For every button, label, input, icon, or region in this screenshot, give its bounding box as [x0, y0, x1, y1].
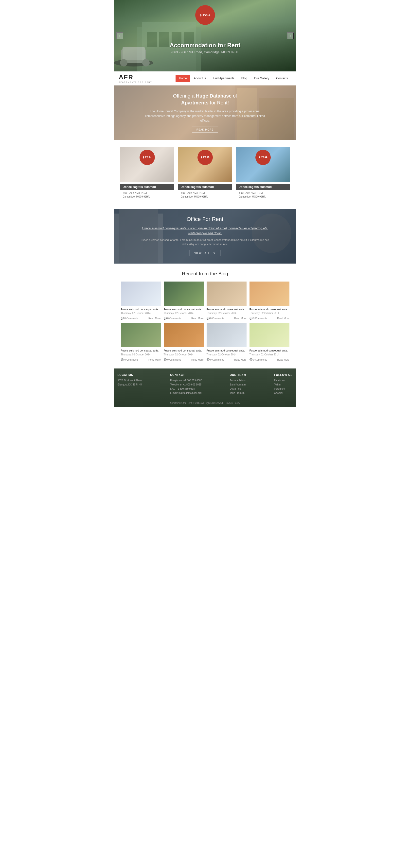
svg-rect-8: [122, 47, 145, 60]
blog-meta-7: 💬 0 Comments Read More: [207, 357, 246, 361]
footer-privacy-link[interactable]: Privacy Policy: [225, 402, 240, 404]
hero-price-badge: $ 1'234: [195, 5, 215, 25]
comment-icon-6: 💬: [164, 359, 167, 361]
blog-card-8: Fusce euismod consequat ante. Thursday, …: [250, 323, 289, 361]
blog-card-7: Fusce euismod consequat ante. Thursday, …: [207, 323, 246, 361]
listing-price-1: $ 1'234: [140, 150, 155, 165]
blog-comments-count-8: 0 Comments: [253, 359, 267, 361]
nav-link-gallery[interactable]: Our Gallery: [251, 74, 273, 82]
listing-card-1: $ 1'234 Donec sagittis euismod 9863 - 98…: [120, 147, 174, 201]
comment-icon-1: 💬: [121, 317, 124, 320]
blog-comments-count-2: 0 Comments: [167, 317, 181, 320]
feature-description: The Home Rental Company is the market le…: [144, 109, 267, 123]
footer-facebook-link[interactable]: Facebook: [274, 378, 292, 382]
blog-comments-count-6: 0 Comments: [167, 359, 181, 361]
nav-link-blog[interactable]: Blog: [238, 74, 251, 82]
blog-text-6: Fusce euismod consequat ante.: [164, 349, 204, 352]
blog-image-5: [121, 323, 161, 347]
blog-read-more-8[interactable]: Read More: [277, 359, 289, 361]
listing-info-1: Donec sagittis euismod 9863 - 9867 Mill …: [120, 182, 174, 201]
office-cta-button[interactable]: VIEW GALLERY: [189, 250, 220, 256]
footer-contact-heading: CONTACT: [170, 373, 202, 376]
office-description: Fusce euismod consequat ante. Lorem ipsu…: [139, 238, 272, 246]
hero-prev-button[interactable]: ‹: [116, 32, 123, 39]
blog-card-1: Fusce euismod consequat ante. Thursday, …: [121, 282, 161, 320]
blog-read-more-3[interactable]: Read More: [234, 317, 246, 320]
footer-instagram-link[interactable]: Instagram: [274, 387, 292, 391]
blog-read-more-2[interactable]: Read More: [191, 317, 203, 320]
blog-read-more-1[interactable]: Read More: [148, 317, 160, 320]
nav-link-about[interactable]: About Us: [190, 74, 209, 82]
blog-meta-2: 💬 0 Comments Read More: [164, 316, 204, 320]
svg-point-9: [120, 59, 127, 66]
blog-meta-8: 💬 0 Comments Read More: [250, 357, 289, 361]
nav-item-blog[interactable]: Blog: [238, 74, 251, 82]
footer-location-heading: LOCATION: [118, 373, 143, 376]
blog-date-5: Thursday, 02 October 2014: [121, 353, 161, 356]
footer-fax: FAX: +1 800 889 9898: [170, 387, 202, 391]
listing-address-1: 9863 - 9867 Mill Road,Cambridge, MG09 99…: [123, 192, 172, 198]
blog-read-more-4[interactable]: Read More: [277, 317, 289, 320]
blog-comments-1: 💬 0 Comments: [121, 317, 139, 320]
footer-social-heading: FOLLOW US: [274, 373, 292, 376]
nav-item-about[interactable]: About Us: [190, 74, 209, 82]
blog-comments-4: 💬 0 Comments: [250, 317, 267, 320]
listing-title-2: Donec sagittis euismod: [178, 184, 232, 190]
nav-link-home[interactable]: Home: [176, 74, 190, 82]
feature-cta-button[interactable]: READ MORE: [192, 127, 218, 133]
nav-item-home[interactable]: Home: [176, 74, 190, 82]
feature-heading: Offering a Huge Database of Apartments f…: [144, 92, 267, 106]
nav-item-find[interactable]: Find Apartments: [209, 74, 238, 82]
listing-card-3: $ 4'199 Donec sagittis euismod 9863 - 98…: [236, 147, 290, 201]
nav-link-contacts[interactable]: Contacts: [273, 74, 291, 82]
footer-email: E-mail: mail@domainlink.org: [170, 391, 202, 395]
comment-icon-2: 💬: [164, 317, 167, 320]
listing-info-2: Donec sagittis euismod 9863 - 9867 Mill …: [178, 182, 232, 201]
listing-image-1: $ 1'234: [120, 147, 174, 182]
feature-section: Offering a Huge Database of Apartments f…: [114, 86, 296, 140]
listings-section: $ 1'234 Donec sagittis euismod 9863 - 98…: [114, 140, 296, 209]
footer-location-line1: 9870 St Vincent Place,: [118, 378, 143, 382]
footer-col-social: FOLLOW US Facebook Twitter Instagram Goo…: [274, 373, 292, 395]
footer-team-1: Jessica Priston: [230, 378, 246, 382]
listing-image-3: $ 4'199: [236, 147, 290, 182]
nav-link-find[interactable]: Find Apartments: [209, 74, 238, 82]
footer-twitter-link[interactable]: Twitter: [274, 382, 292, 387]
blog-date-8: Thursday, 02 October 2014: [250, 353, 289, 356]
blog-image-7: [207, 323, 246, 347]
blog-meta-1: 💬 0 Comments Read More: [121, 316, 161, 320]
blog-card-2: Fusce euismod consequat ante. Thursday, …: [164, 282, 204, 320]
hero-next-button[interactable]: ›: [287, 32, 294, 39]
listings-grid: $ 1'234 Donec sagittis euismod 9863 - 98…: [118, 147, 293, 201]
footer-col-team: OUR TEAM Jessica Priston Sam Kromatair O…: [230, 373, 246, 395]
footer-copyright: Apartments for Rent © 2014 All Rights Re…: [170, 402, 223, 404]
blog-text-5: Fusce euismod consequat ante.: [121, 349, 161, 352]
blog-comments-count-1: 0 Comments: [124, 317, 139, 320]
footer-grid: LOCATION 9870 St Vincent Place, Glasgow,…: [118, 373, 293, 395]
hero-title: Accommodation for Rent: [170, 42, 240, 49]
listing-price-2: $ 2'535: [198, 150, 213, 165]
blog-read-more-7[interactable]: Read More: [234, 359, 246, 361]
nav-item-contacts[interactable]: Contacts: [273, 74, 291, 82]
listing-address-2: 9863 - 9867 Mill Road,Cambridge, MG09 99…: [181, 192, 230, 198]
blog-comments-count-5: 0 Comments: [124, 359, 139, 361]
footer-bottom: Apartments for Rent © 2014 All Rights Re…: [118, 399, 293, 404]
hero-subtitle: 9863 - 9867 Mill Road, Cambridge, MG09 9…: [170, 50, 240, 54]
footer-telephone: Telephone: +1 800 603 6025: [170, 382, 202, 387]
blog-date-7: Thursday, 02 October 2014: [207, 353, 246, 356]
listing-image-2: $ 2'535: [178, 147, 232, 182]
footer-team-3: Olivia Pool: [230, 387, 246, 391]
blog-image-6: [164, 323, 204, 347]
blog-comments-count-3: 0 Comments: [210, 317, 224, 320]
blog-comments-7: 💬 0 Comments: [207, 359, 224, 361]
blog-meta-6: 💬 0 Comments Read More: [164, 357, 204, 361]
blog-card-6: Fusce euismod consequat ante. Thursday, …: [164, 323, 204, 361]
nav-links: Home About Us Find Apartments Blog Our G…: [176, 74, 291, 82]
nav-item-gallery[interactable]: Our Gallery: [251, 74, 273, 82]
blog-read-more-6[interactable]: Read More: [191, 359, 203, 361]
blog-read-more-5[interactable]: Read More: [148, 359, 160, 361]
office-content: Office For Rent Fusce euismod consequat …: [139, 216, 272, 256]
blog-image-2: [164, 282, 204, 306]
footer-google-link[interactable]: Google+: [274, 391, 292, 395]
listing-card-2: $ 2'535 Donec sagittis euismod 9863 - 98…: [178, 147, 232, 201]
